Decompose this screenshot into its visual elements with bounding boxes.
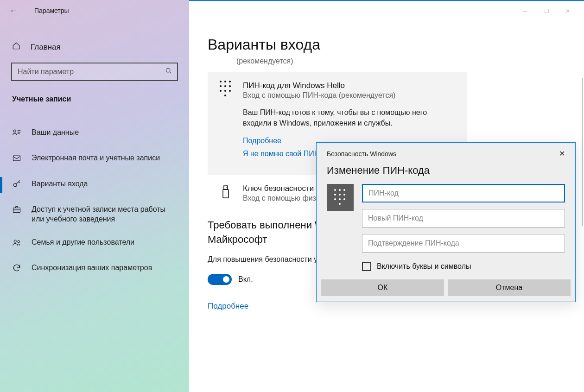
dialog-buttons: ОК Отмена (317, 279, 575, 302)
svg-rect-8 (224, 186, 228, 190)
sidebar-item-label: Доступ к учетной записи места работы или… (32, 204, 177, 224)
sidebar-home[interactable]: Главная (0, 37, 189, 57)
toggle-label: Вкл. (238, 275, 253, 284)
sidebar-item-sync[interactable]: Синхронизация ваших параметров (0, 256, 189, 282)
keypad-icon (218, 81, 234, 97)
cancel-button[interactable]: Отмена (448, 279, 571, 296)
sidebar-item-label: Электронная почта и учетные записи (32, 153, 160, 163)
sidebar-item-signin-options[interactable]: Варианты входа (0, 172, 189, 198)
sidebar-item-label: Синхронизация ваших параметров (32, 263, 152, 273)
dialog-close-button[interactable]: ✕ (555, 147, 569, 160)
new-pin-input[interactable] (362, 209, 565, 228)
close-button[interactable]: ✕ (557, 4, 578, 18)
sidebar-item-your-info[interactable]: Ваши данные (0, 121, 189, 146)
window-controls: ─ ☐ ✕ (189, 1, 584, 21)
recommended-label: (рекомендуется) (208, 57, 565, 65)
svg-point-3 (13, 183, 17, 187)
svg-rect-2 (13, 156, 20, 161)
briefcase-icon (12, 205, 21, 217)
dialog-body: Включить буквы и символы (317, 184, 575, 279)
include-letters-checkbox-row[interactable]: Включить буквы и символы (362, 262, 565, 271)
learn-more-bottom-link[interactable]: Подробнее (208, 302, 565, 311)
sidebar-nav: Ваши данные Электронная почта и учетные … (0, 121, 189, 282)
keypad-icon (327, 184, 354, 211)
people-icon (12, 238, 21, 250)
search-row: Найти параметр (0, 57, 189, 87)
sidebar-item-label: Ваши данные (32, 127, 79, 138)
search-placeholder: Найти параметр (18, 68, 74, 76)
sidebar: ← Параметры Главная Найти параметр Учетн… (0, 0, 189, 392)
search-icon (165, 67, 172, 76)
sidebar-item-label: Варианты входа (32, 179, 88, 189)
svg-point-5 (14, 240, 16, 242)
pin-card-description: Ваш ПИН-код готов к тому, чтобы вы с пом… (243, 107, 457, 128)
sidebar-item-label: Семья и другие пользователи (32, 237, 134, 247)
confirm-pin-input[interactable] (362, 234, 565, 253)
titlebar: ← Параметры (0, 0, 189, 21)
dialog-titlebar: Безопасность Windows ✕ (317, 143, 575, 160)
sidebar-section-header: Учетные записи (0, 87, 189, 110)
svg-rect-4 (13, 208, 20, 213)
back-icon[interactable]: ← (9, 6, 18, 16)
person-card-icon (12, 128, 21, 140)
maximize-button[interactable]: ☐ (536, 4, 557, 18)
ok-button[interactable]: ОК (321, 279, 444, 296)
dialog-window-title: Безопасность Windows (327, 150, 396, 158)
change-pin-dialog: Безопасность Windows ✕ Изменение ПИН-код… (316, 142, 576, 302)
dialog-heading: Изменение ПИН-кода (317, 160, 575, 184)
search-input[interactable]: Найти параметр (11, 63, 178, 81)
home-icon (12, 42, 20, 52)
svg-point-1 (13, 130, 16, 132)
minimize-button[interactable]: ─ (514, 4, 536, 18)
require-hello-toggle[interactable] (208, 274, 232, 285)
svg-point-0 (166, 68, 170, 72)
usb-icon (218, 184, 234, 200)
sidebar-item-work-access[interactable]: Доступ к учетной записи места работы или… (0, 198, 189, 231)
sync-icon (12, 263, 21, 275)
app-title: Параметры (34, 7, 69, 14)
sidebar-item-family[interactable]: Семья и другие пользователи (0, 231, 189, 256)
checkbox-icon[interactable] (362, 262, 371, 271)
dialog-fields: Включить буквы и символы (362, 184, 565, 271)
svg-rect-7 (223, 190, 229, 198)
sidebar-item-email[interactable]: Электронная почта и учетные записи (0, 146, 189, 172)
pin-card-title: ПИН-код для Windows Hello (243, 81, 457, 90)
svg-point-6 (18, 240, 19, 242)
current-pin-input[interactable] (362, 184, 565, 202)
checkbox-label: Включить буквы и символы (377, 262, 471, 271)
key-icon (12, 179, 21, 191)
settings-window: ← Параметры Главная Найти параметр Учетн… (0, 0, 584, 392)
mail-icon (12, 153, 21, 165)
page-title: Варианты входа (208, 36, 565, 53)
pin-card-subtitle: Вход с помощью ПИН-кода (рекомендуется) (243, 91, 457, 100)
scrollbar[interactable] (582, 78, 583, 226)
home-label: Главная (31, 43, 61, 52)
